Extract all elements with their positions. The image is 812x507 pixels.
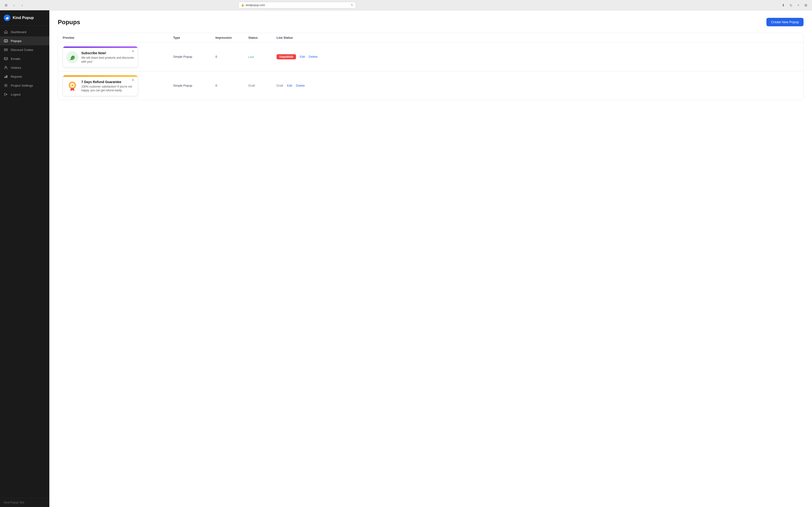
svg-rect-9 — [6, 76, 6, 78]
sidebar-footer: Kind Popup Test — [0, 498, 49, 507]
reload-icon[interactable]: ↻ — [351, 3, 353, 7]
sidebar-item-discount-label: Discount Codes — [11, 48, 33, 52]
status-badge-1: Live — [248, 55, 254, 59]
live-status-cell-2: Draft Edit Delete — [276, 84, 799, 87]
new-tab-icon[interactable]: ＋ — [795, 2, 802, 8]
logout-icon — [4, 92, 8, 97]
status-cell-2: Draft — [248, 83, 276, 88]
popup-content-1: Subscribe Now! We will share best produc… — [63, 48, 138, 67]
sidebar-item-dashboard[interactable]: Dashboard — [0, 27, 49, 36]
delete-button-2[interactable]: Delete — [296, 84, 305, 87]
browser-chrome: ⊞ ‹ › 🔒 kindpopup.com ↻ ⬇ ⎗ ＋ ⊞ — [0, 0, 812, 10]
sidebar-item-popups-label: Popups — [11, 39, 21, 43]
preview-cell-2: 7 Days Refund Guarantee 100% customer sa… — [63, 75, 173, 96]
discount-icon — [4, 48, 8, 52]
settings-icon — [4, 83, 8, 88]
sidebar-item-dashboard-label: Dashboard — [11, 30, 26, 34]
browser-actions: ⬇ ⎗ ＋ ⊞ — [780, 2, 809, 8]
sidebar-item-reports-label: Reports — [11, 75, 22, 78]
popup-preview-2: 7 Days Refund Guarantee 100% customer sa… — [63, 75, 138, 96]
popup-text-area-1: Subscribe Now! We will share best produc… — [81, 51, 135, 64]
popup-title-1: Subscribe Now! — [81, 51, 135, 55]
sidebar-item-project-settings[interactable]: Project Settings — [0, 81, 49, 90]
main-content: Popups Create New Popup Preview Type Imp… — [49, 10, 812, 507]
popup-title-2: 7 Days Refund Guarantee — [81, 80, 135, 84]
header-live-status: Live Status — [276, 36, 799, 40]
svg-point-1 — [8, 17, 8, 17]
popup-close-1[interactable]: ✕ — [131, 49, 135, 54]
header-impression: Impression — [215, 36, 248, 40]
logo-text: Kind Popup — [13, 16, 34, 20]
logo-icon — [4, 14, 10, 21]
table-row: 7 Days Refund Guarantee 100% customer sa… — [58, 71, 803, 100]
popup-text-area-2: 7 Days Refund Guarantee 100% customer sa… — [81, 80, 135, 93]
footer-text: Kind Popup Test — [4, 501, 24, 504]
popup-icon-area-1 — [66, 51, 79, 63]
sidebar: Kind Popup Dashboard — [0, 10, 49, 507]
svg-rect-6 — [4, 58, 7, 60]
header-type: Type — [173, 36, 215, 40]
sidebar-item-reports[interactable]: Reports — [0, 72, 49, 81]
popup-preview-1: Subscribe Now! We will share best produc… — [63, 46, 138, 67]
lock-icon: 🔒 — [241, 3, 244, 7]
sidebar-item-emails[interactable]: Emails — [0, 54, 49, 63]
leaf-icon — [66, 51, 79, 63]
create-new-popup-button[interactable]: Create New Popup — [766, 18, 804, 26]
sidebar-item-emails-label: Emails — [11, 57, 20, 61]
email-icon — [4, 57, 8, 61]
type-cell-2: Simple Popup — [173, 84, 215, 87]
address-bar[interactable]: 🔒 kindpopup.com ↻ — [239, 2, 356, 8]
svg-point-4 — [5, 50, 5, 50]
url-text: kindpopup.com — [246, 3, 265, 7]
edit-button-2[interactable]: Edit — [287, 84, 292, 87]
reports-icon — [4, 74, 8, 78]
page-title: Popups — [58, 18, 80, 26]
status-badge-2: Draft — [248, 84, 255, 87]
popups-table: Preview Type Impression Status Live Stat… — [58, 33, 804, 100]
sidebar-item-logout-label: Logout — [11, 93, 20, 96]
sidebar-toggle-button[interactable]: ⊞ — [3, 2, 9, 8]
type-cell-1: Simple Popup — [173, 55, 215, 58]
sidebar-item-discount-codes[interactable]: Discount Codes — [0, 45, 49, 54]
popup-close-2[interactable]: ✕ — [131, 78, 135, 82]
live-status-draft: Draft — [276, 84, 283, 87]
preview-cell-1: Subscribe Now! We will share best produc… — [63, 46, 173, 67]
unpublish-button[interactable]: Unpublish — [276, 54, 296, 59]
header-status: Status — [248, 36, 276, 40]
share-icon[interactable]: ⎗ — [788, 2, 794, 8]
live-status-cell-1: Unpublish Edit Delete — [276, 54, 799, 59]
svg-point-5 — [6, 50, 7, 50]
popup-content-2: 7 Days Refund Guarantee 100% customer sa… — [63, 77, 138, 96]
impression-cell-1: 0 — [215, 55, 248, 58]
download-icon[interactable]: ⬇ — [780, 2, 786, 8]
app-wrapper: Kind Popup Dashboard — [0, 10, 812, 507]
page-header: Popups Create New Popup — [58, 18, 804, 26]
back-button[interactable]: ‹ — [11, 2, 17, 8]
delete-button-1[interactable]: Delete — [309, 55, 318, 58]
table-row: Subscribe Now! We will share best produc… — [58, 43, 803, 71]
sidebar-item-visitors[interactable]: Visitors — [0, 63, 49, 72]
grid-icon[interactable]: ⊞ — [803, 2, 809, 8]
svg-rect-2 — [4, 40, 7, 42]
sidebar-item-project-settings-label: Project Settings — [11, 84, 33, 87]
visitors-icon — [4, 65, 8, 70]
forward-button[interactable]: › — [19, 2, 26, 8]
status-cell-1: Live — [248, 55, 276, 59]
svg-rect-8 — [4, 76, 5, 78]
sidebar-nav: Dashboard Popups — [0, 25, 49, 498]
sidebar-item-popups[interactable]: Popups — [0, 36, 49, 45]
browser-controls: ⊞ ‹ › — [3, 2, 26, 8]
sidebar-logo: Kind Popup — [0, 10, 49, 25]
edit-button-1[interactable]: Edit — [300, 55, 305, 58]
award-icon — [66, 80, 79, 92]
home-icon — [4, 30, 8, 34]
svg-point-11 — [5, 85, 7, 86]
popups-icon — [4, 39, 8, 43]
popup-icon-area-2 — [66, 80, 79, 92]
sidebar-item-logout[interactable]: Logout — [0, 90, 49, 99]
header-preview: Preview — [63, 36, 173, 40]
svg-point-7 — [5, 66, 7, 68]
popup-subtitle-2: 100% customer satisfaction! If you're no… — [81, 85, 135, 93]
sidebar-item-visitors-label: Visitors — [11, 66, 21, 69]
svg-rect-10 — [7, 75, 7, 78]
